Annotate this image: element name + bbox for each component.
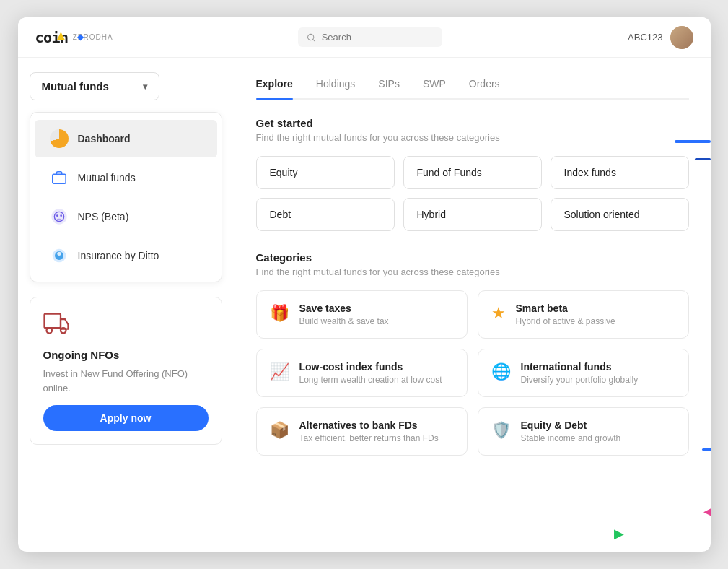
category-low-cost-index[interactable]: 📈 Low-cost index funds Long term wealth …: [256, 349, 468, 397]
categories-grid: 🎁 Save taxes Build wealth & save tax ★ S…: [256, 290, 689, 456]
avatar-image: [670, 26, 693, 49]
category-alternatives-desc: Tax efficient, better returns than FDs: [299, 433, 439, 443]
search-input[interactable]: [322, 32, 434, 43]
sidebar-label-mf: Mutual funds: [78, 172, 136, 183]
chart-up-icon: 📈: [270, 362, 289, 381]
category-international-desc: Diversify your portfolio globally: [521, 375, 639, 385]
category-alternatives-title: Alternatives to bank FDs: [299, 420, 439, 431]
tab-holdings[interactable]: Holdings: [316, 72, 355, 98]
sidebar-label-dashboard: Dashboard: [78, 133, 131, 144]
sidebar-item-mutual-funds[interactable]: Mutual funds: [35, 159, 217, 196]
user-id: ABC123: [628, 32, 662, 43]
svg-point-6: [60, 214, 62, 217]
svg-line-1: [313, 39, 315, 40]
categories-desc: Find the right mutual funds for you acro…: [256, 266, 689, 277]
category-smart-beta[interactable]: ★ Smart beta Hybrid of active & passive: [478, 290, 689, 339]
sidebar-label-insurance: Insurance by Ditto: [78, 250, 159, 261]
svg-rect-11: [44, 314, 61, 329]
gift-icon: 🎁: [270, 304, 289, 323]
dashboard-icon: [49, 129, 69, 149]
tab-swp[interactable]: SWP: [423, 72, 446, 98]
star-icon: ★: [491, 304, 506, 323]
apply-now-button[interactable]: Apply now: [43, 405, 209, 431]
shield-icon: 🛡️: [491, 421, 511, 440]
logo-sub: ZERODHA: [73, 33, 113, 41]
category-save-taxes-title: Save taxes: [299, 303, 389, 314]
mutual-funds-dropdown[interactable]: Mutual funds ▾: [30, 72, 159, 100]
nfo-card: Ongoing NFOs Invest in New Fund Offering…: [30, 297, 222, 445]
category-smart-beta-desc: Hybrid of active & passive: [516, 316, 615, 326]
get-started-title: Get started: [256, 117, 689, 129]
fund-type-grid: Equity Fund of Funds Index funds Debt Hy…: [256, 156, 689, 231]
avatar: [670, 26, 693, 49]
tab-explore[interactable]: Explore: [256, 72, 293, 98]
ditto-icon: [49, 246, 69, 266]
category-smart-beta-text: Smart beta Hybrid of active & passive: [516, 303, 615, 326]
search-icon: [307, 32, 315, 43]
topnav: coin ZERODHA ABC123: [18, 17, 711, 58]
category-save-taxes-desc: Build wealth & save tax: [299, 316, 389, 326]
nfo-title: Ongoing NFOs: [43, 349, 209, 361]
svg-point-12: [46, 328, 52, 334]
fund-type-solution[interactable]: Solution oriented: [551, 198, 689, 231]
category-low-cost-index-text: Low-cost index funds Long term wealth cr…: [299, 361, 442, 385]
get-started-section: Get started Find the right mutual funds …: [256, 117, 689, 231]
fund-type-hybrid[interactable]: Hybrid: [403, 198, 542, 231]
fund-type-equity[interactable]: Equity: [256, 156, 395, 189]
logo: coin ZERODHA: [35, 29, 113, 46]
fund-type-debt[interactable]: Debt: [256, 198, 395, 231]
get-started-desc: Find the right mutual funds for you acro…: [256, 132, 689, 143]
chevron-down-icon: ▾: [143, 82, 147, 92]
svg-point-13: [61, 328, 66, 334]
dropdown-label: Mutual funds: [42, 80, 109, 92]
categories-section: Categories Find the right mutual funds f…: [256, 251, 689, 456]
sidebar-item-dashboard[interactable]: Dashboard: [35, 120, 217, 157]
category-smart-beta-title: Smart beta: [516, 303, 615, 314]
nfo-description: Invest in New Fund Offering (NFO) online…: [43, 367, 209, 395]
nps-icon: [49, 207, 69, 227]
category-alternatives-fd[interactable]: 📦 Alternatives to bank FDs Tax efficient…: [256, 407, 468, 456]
category-low-cost-title: Low-cost index funds: [299, 361, 442, 373]
tab-sips[interactable]: SIPs: [378, 72, 400, 98]
truck-icon: [43, 310, 209, 342]
svg-point-10: [57, 252, 61, 256]
logo-text: coin: [35, 29, 69, 46]
briefcase-icon: [49, 168, 69, 188]
main-content: Explore Holdings SIPs SWP Orders Get sta…: [234, 58, 711, 552]
category-international[interactable]: 🌐 International funds Diversify your por…: [478, 349, 689, 397]
category-international-title: International funds: [521, 361, 639, 373]
svg-point-7: [56, 219, 61, 221]
category-save-taxes-text: Save taxes Build wealth & save tax: [299, 303, 389, 326]
svg-rect-2: [52, 174, 65, 183]
user-info: ABC123: [628, 26, 693, 49]
app-window: ▲ ◆ ◀ ▶ coin ZERODHA ABC123 Mutual funds: [18, 17, 711, 552]
category-alternatives-fd-text: Alternatives to bank FDs Tax efficient, …: [299, 420, 439, 443]
fund-type-fof[interactable]: Fund of Funds: [403, 156, 542, 189]
category-save-taxes[interactable]: 🎁 Save taxes Build wealth & save tax: [256, 290, 468, 339]
category-equity-debt-title: Equity & Debt: [521, 420, 621, 431]
category-low-cost-desc: Long term wealth creation at low cost: [299, 375, 442, 385]
category-equity-debt-text: Equity & Debt Stable income and growth: [521, 420, 621, 443]
nav-menu: Dashboard Mutual funds: [30, 112, 222, 282]
sidebar: Mutual funds ▾ Dashboard: [18, 58, 234, 552]
tabs-bar: Explore Holdings SIPs SWP Orders: [256, 72, 689, 100]
categories-title: Categories: [256, 251, 689, 264]
fund-type-index[interactable]: Index funds: [551, 156, 689, 189]
globe-icon: 🌐: [491, 362, 511, 381]
svg-point-5: [56, 214, 58, 217]
box-icon: 📦: [270, 421, 289, 440]
svg-point-3: [51, 209, 66, 224]
sidebar-label-nps: NPS (Beta): [78, 211, 129, 222]
sidebar-item-nps[interactable]: NPS (Beta): [35, 198, 217, 235]
category-international-text: International funds Diversify your portf…: [521, 361, 639, 385]
category-equity-debt-desc: Stable income and growth: [521, 433, 621, 443]
sidebar-item-insurance[interactable]: Insurance by Ditto: [35, 237, 217, 274]
search-bar[interactable]: [298, 27, 442, 47]
tab-orders[interactable]: Orders: [469, 72, 500, 98]
category-equity-debt[interactable]: 🛡️ Equity & Debt Stable income and growt…: [478, 407, 689, 456]
main-layout: Mutual funds ▾ Dashboard: [18, 58, 711, 552]
